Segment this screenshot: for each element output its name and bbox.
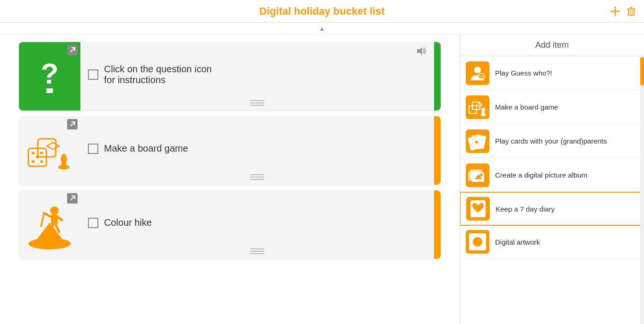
cards-icon: ♥ <box>467 131 488 152</box>
card-2-top-row: Make a board game <box>88 143 426 154</box>
card-3-checkbox[interactable] <box>88 218 98 228</box>
card-boardgame: Make a board game <box>19 116 441 185</box>
svg-text:?: ? <box>41 57 59 90</box>
card-3-top-row: Colour hike <box>88 217 426 228</box>
card-1-icon-area: ? <box>19 42 80 111</box>
card-2-icon-area <box>19 116 80 185</box>
sidebar-item-album[interactable]: Create a digital picture album <box>460 158 644 192</box>
expand-icon <box>69 47 76 53</box>
svg-point-14 <box>32 152 35 154</box>
expand-icon <box>69 121 76 128</box>
card-2-checkbox[interactable] <box>88 144 98 154</box>
card-3-drag-handle[interactable] <box>250 248 264 254</box>
up-arrow-icon: ▲ <box>319 25 325 32</box>
svg-line-30 <box>41 213 44 226</box>
card-1-checkbox[interactable] <box>88 69 98 80</box>
card-2-expand-button[interactable] <box>67 119 78 129</box>
header-actions <box>610 6 636 17</box>
sidebar-item-5-label: Keep a 7 day diary <box>496 205 638 213</box>
scroll-indicator: ▲ <box>0 23 644 34</box>
sidebar-item-6-label: Digital artwork <box>495 238 638 246</box>
diary-icon <box>468 198 488 219</box>
artwork-icon <box>467 231 488 252</box>
drag-line <box>250 253 264 254</box>
expand-icon <box>69 195 76 202</box>
svg-rect-28 <box>51 214 58 225</box>
sidebar-item-5-icon <box>466 197 490 221</box>
svg-point-51 <box>480 173 483 176</box>
card-1-content: Click on the question iconfor instructio… <box>80 42 434 111</box>
volume-icon <box>416 47 426 57</box>
card-3-content: Colour hike <box>80 190 434 259</box>
svg-point-18 <box>36 156 39 159</box>
sidebar-item-cards[interactable]: ♥ Play cards with your (grand)parents <box>460 124 644 158</box>
add-button[interactable] <box>610 6 620 17</box>
svg-line-33 <box>56 225 59 232</box>
svg-point-23 <box>61 154 66 159</box>
card-1-top-row: Click on the question iconfor instructio… <box>88 64 426 85</box>
svg-marker-10 <box>417 47 422 55</box>
sidebar-item-4-icon <box>466 163 489 187</box>
card-1-accent <box>434 42 441 111</box>
main-area: ? Click on the question iconfor instruct… <box>0 34 644 324</box>
album-icon <box>467 165 488 186</box>
card-2-drag-handle[interactable] <box>250 174 264 180</box>
cards-area: ? Click on the question iconfor instruct… <box>0 34 460 324</box>
hiker-icon <box>26 199 73 251</box>
svg-point-15 <box>32 160 35 163</box>
sidebar-item-1-label: Play Guess who?! <box>495 69 638 77</box>
sidebar: Add item ? Play Guess who?! <box>460 34 644 324</box>
card-1-drag-handle[interactable] <box>250 100 264 106</box>
sidebar-item-3-icon: ♥ <box>466 129 489 153</box>
sidebar-item-3-label: Play cards with your (grand)parents <box>495 137 638 145</box>
page-title: Digital holiday bucket list <box>259 5 384 17</box>
drag-line <box>250 251 264 252</box>
trash-icon <box>626 6 636 17</box>
card-instructions: ? Click on the question iconfor instruct… <box>19 42 441 111</box>
sidebar-item-boardgame[interactable]: Make a board game <box>460 90 644 124</box>
svg-point-34 <box>474 67 481 73</box>
card-3-expand-button[interactable] <box>67 193 78 204</box>
svg-point-42 <box>481 108 485 111</box>
question-icon: ? <box>33 56 66 96</box>
card-hike: Colour hike <box>19 190 441 259</box>
boardgame-icon <box>26 127 73 174</box>
sidebar-item-2-icon <box>466 95 489 119</box>
drag-line <box>250 177 264 178</box>
sidebar-header: Add item <box>460 34 644 56</box>
guess-icon: ? <box>468 64 487 83</box>
svg-point-27 <box>50 206 59 215</box>
plus-icon <box>610 6 620 17</box>
drag-line <box>250 105 264 106</box>
sidebar-item-2-label: Make a board game <box>495 103 638 111</box>
svg-marker-19 <box>47 143 59 149</box>
header: Digital holiday bucket list <box>0 0 644 23</box>
card-3-label: Colour hike <box>104 217 152 228</box>
svg-line-11 <box>70 122 75 126</box>
svg-point-17 <box>40 160 43 163</box>
card-1-label: Click on the question iconfor instructio… <box>104 64 212 85</box>
svg-line-31 <box>58 217 62 220</box>
sidebar-list: ? Play Guess who?! Make <box>460 56 644 324</box>
card-3-accent <box>434 190 441 259</box>
svg-point-16 <box>40 152 43 154</box>
svg-line-24 <box>70 196 75 200</box>
svg-rect-9 <box>46 88 53 93</box>
sidebar-item-artwork[interactable]: Digital artwork <box>460 225 644 259</box>
sidebar-item-1-icon: ? <box>466 61 489 85</box>
svg-rect-41 <box>482 111 485 115</box>
svg-line-29 <box>44 213 51 217</box>
svg-point-54 <box>473 237 482 247</box>
card-1-expand-button[interactable] <box>67 45 78 55</box>
drag-line <box>250 179 264 180</box>
sidebar-scrollbar-thumb <box>640 57 644 85</box>
sidebar-item-guess[interactable]: ? Play Guess who?! <box>460 56 644 90</box>
card-2-accent <box>434 116 441 185</box>
drag-line <box>250 248 264 249</box>
sidebar-item-diary[interactable]: Keep a 7 day diary <box>460 192 644 226</box>
sidebar-scrollbar[interactable] <box>640 57 644 324</box>
svg-line-7 <box>70 48 75 52</box>
drag-line <box>250 100 264 101</box>
drag-line <box>250 102 264 103</box>
delete-button[interactable] <box>626 6 636 17</box>
